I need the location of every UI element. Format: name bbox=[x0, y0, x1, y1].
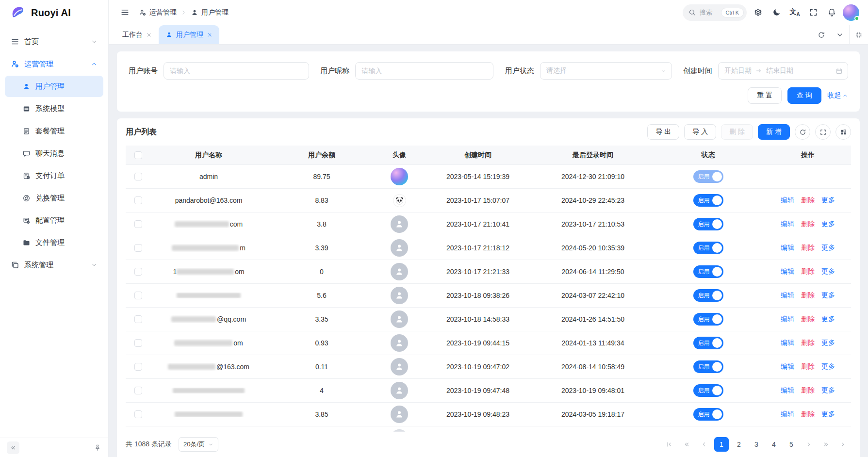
row-checkbox[interactable] bbox=[134, 387, 142, 394]
next-5-pages-button[interactable] bbox=[819, 437, 834, 452]
settings-button[interactable] bbox=[751, 5, 765, 20]
row-checkbox[interactable] bbox=[134, 363, 142, 371]
delete-link[interactable]: 删除 bbox=[801, 362, 815, 371]
sidebar-item-系统管理[interactable]: 系统管理 bbox=[5, 254, 103, 276]
notifications-button[interactable] bbox=[824, 5, 839, 20]
import-button[interactable]: 导 入 bbox=[684, 124, 716, 140]
row-checkbox[interactable] bbox=[134, 196, 142, 204]
page-button-3[interactable]: 3 bbox=[749, 437, 764, 452]
more-link[interactable]: 更多 bbox=[821, 220, 835, 228]
edit-link[interactable]: 编辑 bbox=[781, 267, 794, 276]
page-button-4[interactable]: 4 bbox=[767, 437, 781, 452]
edit-link[interactable]: 编辑 bbox=[781, 410, 794, 419]
sidebar-subitem-配置管理[interactable]: 配置管理 bbox=[5, 210, 103, 231]
status-toggle[interactable]: 启用 bbox=[693, 384, 723, 397]
add-button[interactable]: 新 增 bbox=[758, 124, 790, 140]
collapse-filter-link[interactable]: 收起 bbox=[827, 91, 848, 100]
prev-page-button[interactable] bbox=[697, 437, 711, 452]
page-button-5[interactable]: 5 bbox=[784, 437, 799, 452]
brand[interactable]: Ruoyi AI bbox=[0, 0, 108, 25]
status-toggle[interactable]: 启用 bbox=[693, 218, 723, 230]
sidebar-collapse-button[interactable] bbox=[7, 441, 19, 454]
sidebar-subitem-用户管理[interactable]: 用户管理 bbox=[5, 76, 103, 97]
status-toggle[interactable]: 启用 bbox=[693, 265, 723, 278]
pin-icon[interactable] bbox=[94, 444, 101, 452]
dark-mode-button[interactable] bbox=[769, 5, 784, 20]
last-page-button[interactable] bbox=[836, 437, 851, 452]
edit-link[interactable]: 编辑 bbox=[781, 291, 794, 300]
status-toggle[interactable]: 启用 bbox=[693, 337, 723, 349]
more-link[interactable]: 更多 bbox=[821, 410, 835, 419]
sidebar-item-运营管理[interactable]: 运营管理 bbox=[5, 53, 103, 75]
delete-button[interactable]: 删 除 bbox=[721, 124, 753, 140]
sidebar-subitem-聊天消息[interactable]: 聊天消息 bbox=[5, 143, 103, 164]
delete-link[interactable]: 删除 bbox=[801, 291, 815, 300]
account-input[interactable] bbox=[164, 62, 309, 80]
status-toggle[interactable]: 启用 bbox=[693, 289, 723, 302]
edit-link[interactable]: 编辑 bbox=[781, 362, 794, 371]
status-toggle[interactable]: 启用 bbox=[693, 194, 723, 207]
sidebar-subitem-套餐管理[interactable]: 套餐管理 bbox=[5, 120, 103, 142]
refresh-page-button[interactable] bbox=[812, 25, 831, 44]
more-link[interactable]: 更多 bbox=[821, 362, 835, 371]
status-toggle[interactable]: 启用 bbox=[693, 408, 723, 421]
select-all-checkbox[interactable] bbox=[134, 151, 142, 159]
breadcrumb-item-operations[interactable]: 运营管理 bbox=[139, 8, 177, 17]
status-toggle[interactable]: 启用 bbox=[693, 360, 723, 373]
delete-link[interactable]: 删除 bbox=[801, 220, 815, 228]
first-page-button[interactable] bbox=[662, 437, 676, 452]
page-button-2[interactable]: 2 bbox=[732, 437, 746, 452]
status-toggle[interactable]: 启用 bbox=[693, 242, 723, 254]
more-link[interactable]: 更多 bbox=[821, 196, 835, 205]
date-range-picker[interactable]: 开始日期 结束日期 bbox=[718, 62, 848, 80]
page-size-select[interactable]: 20条/页 bbox=[179, 437, 218, 452]
sidebar-subitem-文件管理[interactable]: 文件管理 bbox=[5, 232, 103, 253]
delete-link[interactable]: 删除 bbox=[801, 244, 815, 252]
menu-toggle-button[interactable] bbox=[117, 5, 132, 20]
row-checkbox[interactable] bbox=[134, 220, 142, 228]
status-toggle[interactable]: 启用 bbox=[693, 313, 723, 326]
table-fullscreen-button[interactable] bbox=[815, 124, 831, 140]
status-select[interactable]: 请选择 bbox=[540, 62, 672, 80]
tab-用户管理[interactable]: 用户管理 bbox=[159, 25, 219, 44]
more-link[interactable]: 更多 bbox=[821, 315, 835, 324]
fullscreen-button[interactable] bbox=[806, 5, 820, 20]
prev-5-pages-button[interactable] bbox=[679, 437, 694, 452]
sidebar-subitem-兑换管理[interactable]: 兑换管理 bbox=[5, 187, 103, 209]
edit-link[interactable]: 编辑 bbox=[781, 220, 794, 228]
edit-link[interactable]: 编辑 bbox=[781, 196, 794, 205]
content-fullscreen-button[interactable] bbox=[850, 25, 868, 44]
user-avatar[interactable] bbox=[843, 4, 859, 21]
delete-link[interactable]: 删除 bbox=[801, 196, 815, 205]
edit-link[interactable]: 编辑 bbox=[781, 244, 794, 252]
language-button[interactable]: 文A bbox=[787, 5, 802, 20]
export-button[interactable]: 导 出 bbox=[647, 124, 679, 140]
tab-工作台[interactable]: 工作台 bbox=[115, 25, 159, 44]
sidebar-subitem-系统模型[interactable]: 系统模型 bbox=[5, 98, 103, 119]
row-checkbox[interactable] bbox=[134, 292, 142, 299]
row-checkbox[interactable] bbox=[134, 315, 142, 323]
more-link[interactable]: 更多 bbox=[821, 339, 835, 347]
reset-button[interactable]: 重 置 bbox=[748, 87, 782, 104]
delete-link[interactable]: 删除 bbox=[801, 267, 815, 276]
more-link[interactable]: 更多 bbox=[821, 267, 835, 276]
tab-actions-dropdown[interactable] bbox=[831, 25, 849, 44]
row-checkbox[interactable] bbox=[134, 244, 142, 252]
page-button-1[interactable]: 1 bbox=[714, 437, 729, 452]
column-settings-button[interactable] bbox=[835, 124, 851, 140]
sidebar-item-首页[interactable]: 首页 bbox=[5, 31, 103, 52]
global-search[interactable]: 搜索 Ctrl K bbox=[683, 4, 747, 21]
row-checkbox[interactable] bbox=[134, 410, 142, 418]
refresh-table-button[interactable] bbox=[795, 124, 810, 140]
delete-link[interactable]: 删除 bbox=[801, 386, 815, 395]
row-checkbox[interactable] bbox=[134, 268, 142, 276]
sidebar-subitem-支付订单[interactable]: 支付订单 bbox=[5, 165, 103, 186]
edit-link[interactable]: 编辑 bbox=[781, 315, 794, 324]
row-checkbox[interactable] bbox=[134, 173, 142, 180]
search-button[interactable]: 查 询 bbox=[787, 87, 821, 104]
edit-link[interactable]: 编辑 bbox=[781, 339, 794, 347]
status-toggle[interactable]: 启用 bbox=[693, 170, 723, 183]
next-page-button[interactable] bbox=[802, 437, 816, 452]
more-link[interactable]: 更多 bbox=[821, 244, 835, 252]
delete-link[interactable]: 删除 bbox=[801, 339, 815, 347]
